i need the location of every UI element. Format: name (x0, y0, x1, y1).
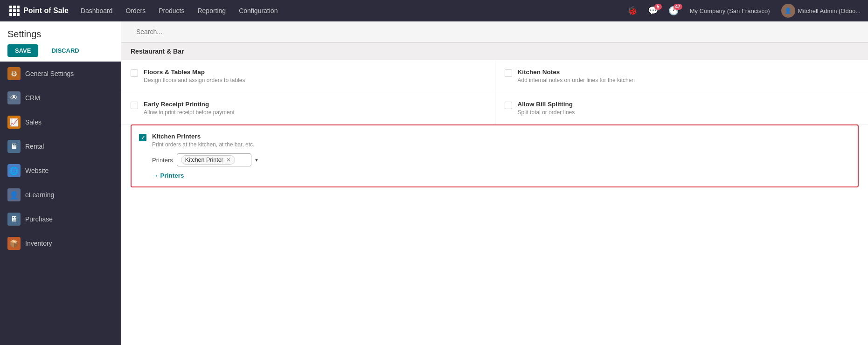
bill-splitting-desc: Split total or order lines (518, 109, 859, 116)
floors-tables-desc: Design floors and assign orders to table… (144, 77, 486, 83)
setting-bill-splitting: Allow Bill Splitting Split total or orde… (495, 92, 868, 124)
website-icon: 🌐 (7, 164, 21, 177)
nav-dashboard[interactable]: Dashboard (74, 0, 119, 21)
user-menu[interactable]: 👤 Mitchell Admin (Odoo... (778, 4, 864, 18)
sidebar-item-label: Purchase (25, 215, 53, 223)
updates-badge: 47 (674, 4, 682, 10)
sidebar-item-label: Rental (25, 143, 44, 150)
setting-floors-tables: Floors & Tables Map Design floors and as… (121, 60, 495, 92)
early-receipt-desc: Allow to print receipt before payment (144, 109, 486, 116)
sidebar-item-website[interactable]: 🌐 Website (0, 159, 121, 183)
setting-kitchen-notes: Kitchen Notes Add internal notes on orde… (495, 60, 868, 92)
nav-orders[interactable]: Orders (119, 0, 152, 21)
sidebar-item-inventory[interactable]: 📦 Inventory (0, 231, 121, 255)
main-layout: Settings SAVE DISCARD ⚙ General Settings… (0, 21, 868, 345)
save-button[interactable]: SAVE (7, 44, 38, 57)
page-title: Settings (7, 29, 114, 40)
app-logo[interactable]: Point of Sale (4, 6, 74, 16)
printers-label: Printers (152, 157, 173, 164)
sidebar-item-rental[interactable]: 🖥 Rental (0, 134, 121, 159)
bill-splitting-label: Allow Bill Splitting (518, 101, 859, 108)
sidebar-item-label: Sales (25, 118, 42, 126)
user-avatar: 👤 (781, 4, 795, 18)
topnav: Point of Sale Dashboard Orders Products … (0, 0, 868, 21)
kitchen-printer-tag: Kitchen Printer ✕ (181, 155, 235, 165)
bill-splitting-checkbox[interactable] (505, 102, 512, 109)
nav-reporting[interactable]: Reporting (191, 0, 232, 21)
early-receipt-checkbox[interactable] (131, 102, 138, 109)
topnav-nav: Dashboard Orders Products Reporting Conf… (74, 0, 624, 21)
company-name[interactable]: My Company (San Francisco) (685, 7, 775, 14)
printers-select[interactable]: Kitchen Printer ✕ (177, 153, 251, 166)
nav-products[interactable]: Products (152, 0, 191, 21)
app-sidebar: Settings SAVE DISCARD ⚙ General Settings… (0, 21, 121, 345)
setting-early-receipt: Early Receipt Printing Allow to print re… (121, 92, 495, 124)
sidebar-item-elearning[interactable]: 👤 eLearning (0, 183, 121, 207)
sidebar-item-label: eLearning (25, 191, 54, 199)
updates-icon-btn[interactable]: 🕐 47 (665, 4, 682, 18)
search-bar (121, 21, 868, 42)
kitchen-printers-checkbox[interactable] (139, 134, 146, 141)
remove-printer-tag[interactable]: ✕ (226, 157, 231, 163)
sales-icon: 📈 (7, 116, 21, 129)
sidebar-item-sales[interactable]: 📈 Sales (0, 110, 121, 134)
settings-content: Restaurant & Bar Floors & Tables Map Des… (121, 42, 868, 345)
chat-badge: 5 (654, 4, 662, 10)
kitchen-notes-checkbox[interactable] (505, 69, 512, 77)
printers-row: Printers Kitchen Printer ✕ ▾ (152, 153, 258, 166)
discard-button[interactable]: DISCARD (44, 44, 86, 57)
kitchen-notes-label: Kitchen Notes (518, 69, 859, 76)
printers-link-label: Printers (160, 172, 184, 179)
sidebar-item-general[interactable]: ⚙ General Settings (0, 62, 121, 86)
printers-link-arrow: → (152, 172, 159, 179)
user-name: Mitchell Admin (Odoo... (798, 7, 861, 14)
sidebar-item-label: General Settings (25, 70, 74, 77)
purchase-icon: 🖥 (7, 213, 21, 226)
grid-icon (9, 6, 20, 16)
chat-icon-btn[interactable]: 💬 5 (644, 4, 662, 18)
topnav-right: 🐞 💬 5 🕐 47 My Company (San Francisco) 👤 … (624, 4, 864, 18)
app-name: Point of Sale (23, 7, 69, 15)
dropdown-arrow-icon[interactable]: ▾ (255, 157, 258, 163)
nav-configuration[interactable]: Configuration (232, 0, 284, 21)
kitchen-printers-box: Kitchen Printers Print orders at the kit… (131, 124, 859, 187)
sidebar-item-crm[interactable]: 👁 CRM (0, 86, 121, 110)
elearning-icon: 👤 (7, 188, 21, 201)
kitchen-printers-desc: Print orders at the kitchen, at the bar,… (152, 141, 258, 148)
sidebar-item-label: CRM (25, 94, 40, 102)
crm-icon: 👁 (7, 91, 21, 104)
kitchen-notes-desc: Add internal notes on order lines for th… (518, 77, 859, 83)
inventory-icon: 📦 (7, 237, 21, 250)
sidebar-item-label: Inventory (25, 240, 52, 247)
search-input[interactable] (131, 24, 271, 39)
bug-icon-btn[interactable]: 🐞 (624, 4, 641, 18)
printers-link[interactable]: → Printers (152, 172, 258, 179)
section-restaurant-bar: Restaurant & Bar (121, 42, 868, 60)
general-settings-icon: ⚙ (7, 67, 21, 80)
sidebar-item-label: Website (25, 167, 49, 174)
early-receipt-label: Early Receipt Printing (144, 101, 486, 108)
floors-tables-checkbox[interactable] (131, 69, 138, 77)
right-content: Restaurant & Bar Floors & Tables Map Des… (121, 21, 868, 345)
floors-tables-label: Floors & Tables Map (144, 69, 486, 76)
settings-grid: Floors & Tables Map Design floors and as… (121, 60, 868, 124)
sidebar-item-purchase[interactable]: 🖥 Purchase (0, 207, 121, 231)
kitchen-printers-label: Kitchen Printers (152, 133, 258, 140)
rental-icon: 🖥 (7, 140, 21, 153)
kitchen-printers-wrapper: Kitchen Printers Print orders at the kit… (121, 124, 868, 204)
